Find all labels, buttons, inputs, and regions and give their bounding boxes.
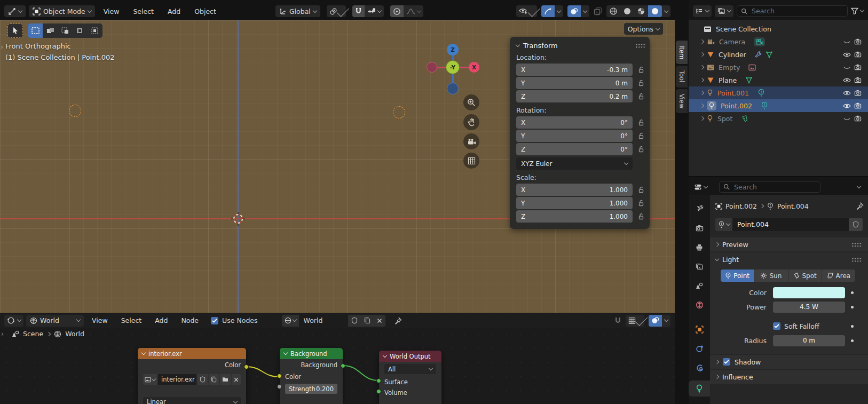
expand-chevron[interactable] xyxy=(700,116,704,121)
breadcrumb-scene[interactable]: Scene xyxy=(23,330,43,338)
overlays-toggle[interactable] xyxy=(567,5,581,17)
lock-icon[interactable] xyxy=(633,146,645,153)
mesh-data-icon[interactable] xyxy=(745,77,753,84)
pan-button[interactable] xyxy=(463,114,479,130)
new-copy-button[interactable] xyxy=(209,374,219,385)
shading-settings-select[interactable] xyxy=(662,5,670,17)
shading-solid-button[interactable] xyxy=(620,5,634,17)
shadow-panel-header[interactable]: Shadow xyxy=(710,355,868,369)
lock-icon[interactable] xyxy=(633,200,645,207)
properties-editor-type-button[interactable] xyxy=(694,184,707,191)
select-subtract-tool-button[interactable] xyxy=(58,23,73,38)
new-copy-button[interactable] xyxy=(361,315,374,327)
breadcrumb-data[interactable]: Point.004 xyxy=(777,202,809,210)
sidebar-tab-tool[interactable]: Tool xyxy=(676,66,688,87)
tab-physics[interactable] xyxy=(691,361,707,374)
scale-x-field[interactable]: X1.000 xyxy=(516,184,633,196)
properties-search[interactable] xyxy=(719,181,820,193)
xray-toggle[interactable] xyxy=(594,7,602,15)
rotation-z-field[interactable]: Z0° xyxy=(516,143,633,155)
open-folder-button[interactable] xyxy=(220,374,231,385)
strength-input-socket[interactable] xyxy=(277,384,282,389)
tab-object-data[interactable] xyxy=(689,381,710,397)
snap-settings-select[interactable] xyxy=(365,5,384,17)
overlays-settings-select[interactable] xyxy=(581,5,589,17)
gizmo-neg-x-ball[interactable] xyxy=(427,62,437,73)
tab-tool[interactable] xyxy=(691,202,707,215)
tab-constraints[interactable] xyxy=(691,342,707,355)
rotation-mode-select[interactable]: XYZ Euler xyxy=(516,157,633,170)
outliner-display-mode-button[interactable] xyxy=(715,5,733,17)
outliner-row-point-001[interactable]: Point.001 xyxy=(689,86,868,99)
shading-material-button[interactable] xyxy=(634,5,648,17)
camera-data-icon[interactable] xyxy=(754,37,765,46)
pivot-point-select[interactable] xyxy=(327,5,346,17)
image-data-icon[interactable] xyxy=(748,64,756,71)
lock-icon[interactable] xyxy=(633,80,645,86)
background-output-socket[interactable] xyxy=(341,363,345,368)
unlink-x-button[interactable] xyxy=(374,315,385,327)
eye-open-icon[interactable] xyxy=(843,90,851,96)
node-world-output[interactable]: World Output All Surface Volume xyxy=(379,351,441,404)
panel-grip-handle[interactable] xyxy=(851,242,862,247)
outliner-filter-button[interactable] xyxy=(851,7,864,14)
tab-view-layer[interactable] xyxy=(691,260,707,273)
properties-search-input[interactable] xyxy=(719,181,820,193)
lock-icon[interactable] xyxy=(633,186,645,193)
outliner-row-plane[interactable]: Plane xyxy=(689,74,868,86)
transform-orientation-select[interactable]: Global xyxy=(275,5,320,17)
color-input-socket[interactable] xyxy=(277,374,282,378)
strength-field[interactable]: Strength0.200 xyxy=(285,384,337,394)
animate-dot[interactable] xyxy=(851,306,854,308)
fake-user-shield-button[interactable] xyxy=(348,315,361,327)
tab-output[interactable] xyxy=(691,241,707,254)
editor-type-button[interactable] xyxy=(4,5,26,17)
menu-select[interactable]: Select xyxy=(116,316,147,324)
select-intersect-tool-button[interactable] xyxy=(88,23,102,38)
shader-node-canvas[interactable]: › Scene World interior.exr Color interio… xyxy=(0,328,675,404)
light-type-point-button[interactable]: Point xyxy=(721,270,754,282)
rotation-x-field[interactable]: X0° xyxy=(516,116,633,129)
node-image-texture[interactable]: interior.exr Color interior.exr Linear xyxy=(138,348,246,404)
tab-object[interactable] xyxy=(691,323,707,336)
select-box-tool-button[interactable] xyxy=(28,23,43,38)
animate-dot[interactable] xyxy=(851,291,854,294)
lock-icon[interactable] xyxy=(633,213,645,220)
node-collapse-chevron[interactable] xyxy=(141,351,146,355)
expand-chevron[interactable] xyxy=(700,91,704,95)
light-color-swatch[interactable] xyxy=(773,287,845,298)
color-output-socket[interactable] xyxy=(244,365,249,369)
outliner-row-point-002[interactable]: Point.002 xyxy=(689,99,868,112)
node-collapse-chevron[interactable] xyxy=(283,351,288,355)
eye-open-icon[interactable] xyxy=(843,77,851,83)
menu-node[interactable]: Node xyxy=(176,316,204,324)
menu-select[interactable]: Select xyxy=(128,7,159,15)
lock-icon[interactable] xyxy=(633,119,645,126)
shader-type-select[interactable]: World xyxy=(26,315,84,327)
outliner-row-camera[interactable]: Camera xyxy=(689,35,868,48)
snap-toggle[interactable] xyxy=(614,317,621,324)
tab-render[interactable] xyxy=(691,221,707,234)
animate-dot[interactable] xyxy=(851,339,854,342)
image-browse-button[interactable] xyxy=(143,374,157,385)
unlink-x-button[interactable] xyxy=(232,374,241,385)
light-type-area-button[interactable]: Area xyxy=(822,270,855,282)
modifier-wrench-icon[interactable] xyxy=(755,51,762,58)
scale-z-field[interactable]: Z1.000 xyxy=(516,210,633,223)
lock-icon[interactable] xyxy=(633,93,645,100)
world-browse-button[interactable] xyxy=(282,315,299,327)
proportional-falloff-select[interactable] xyxy=(404,5,423,17)
select-invert-tool-button[interactable] xyxy=(73,23,88,38)
light-type-sun-button[interactable]: Sun xyxy=(754,270,787,282)
gizmos-settings-select[interactable] xyxy=(555,5,563,17)
light-object-marker[interactable] xyxy=(393,106,405,118)
preview-panel-header[interactable]: Preview xyxy=(710,237,868,251)
outliner-row-spot[interactable]: Spot xyxy=(689,112,868,125)
shading-rendered-button[interactable] xyxy=(648,5,662,17)
toolbar-expand-chevron[interactable]: › xyxy=(1,43,3,51)
outliner-row-empty[interactable]: Empty xyxy=(689,61,868,74)
mesh-data-icon[interactable] xyxy=(766,51,773,58)
checkbox-checked-icon[interactable] xyxy=(723,358,730,366)
viewport-3d[interactable]: › Front Orthographic (1) Scene Collectio… xyxy=(0,20,675,313)
world-name-field[interactable]: World xyxy=(299,315,348,327)
